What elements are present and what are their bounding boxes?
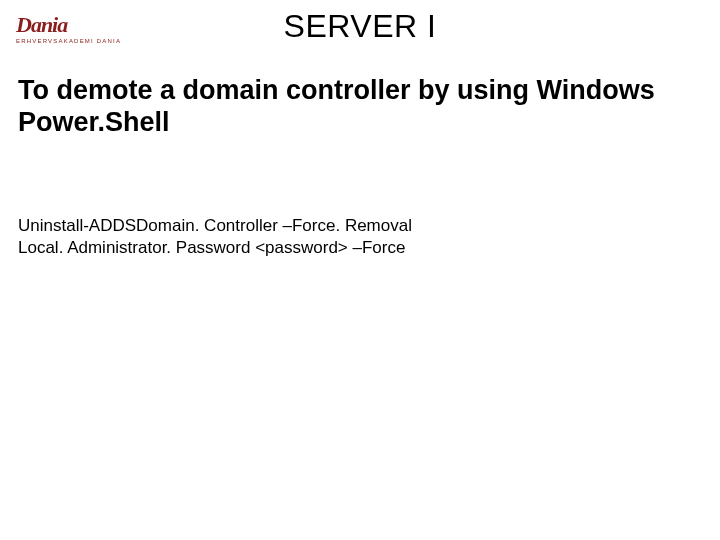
command-line-2: Local. Administrator. Password <password… — [18, 237, 702, 259]
slide: Dania ERHVERVSAKADEMI DANIA SERVER I To … — [0, 0, 720, 540]
command-line-1: Uninstall-ADDSDomain. Controller –Force.… — [18, 215, 702, 237]
section-heading: To demote a domain controller by using W… — [18, 74, 702, 139]
slide-header: Dania ERHVERVSAKADEMI DANIA SERVER I — [0, 0, 720, 56]
body-text: Uninstall-ADDSDomain. Controller –Force.… — [18, 215, 702, 259]
slide-title: SERVER I — [0, 8, 720, 45]
